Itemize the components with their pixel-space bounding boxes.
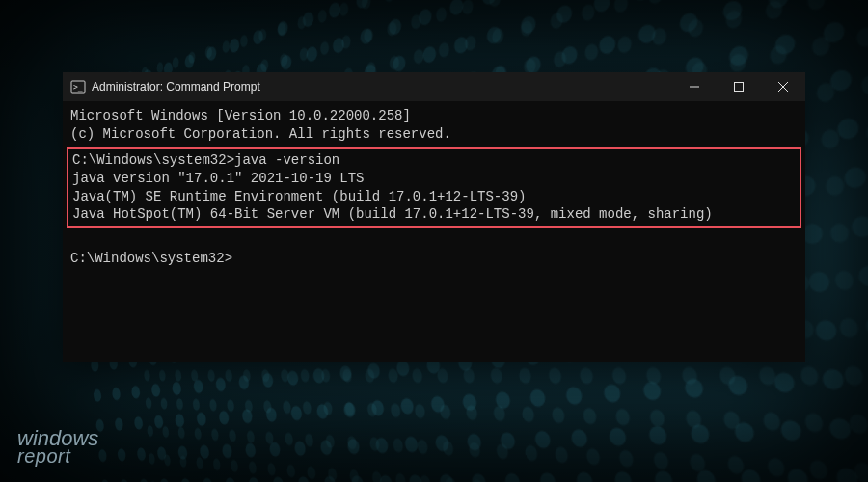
- watermark-logo: windows report: [17, 430, 98, 465]
- terminal-output-area[interactable]: Microsoft Windows [Version 10.0.22000.25…: [63, 101, 805, 362]
- svg-text:>_: >_: [73, 83, 83, 92]
- svg-rect-3: [735, 83, 744, 92]
- minimize-button[interactable]: [672, 72, 717, 101]
- prompt-1: C:\Windows\system32>: [72, 152, 234, 168]
- close-button[interactable]: [761, 72, 805, 101]
- titlebar[interactable]: >_ Administrator: Command Prompt: [63, 72, 805, 101]
- prompt-2: C:\Windows\system32>: [70, 251, 232, 266]
- output-line-3: Java HotSpot(TM) 64-Bit Server VM (build…: [72, 206, 713, 222]
- highlighted-command-block: C:\Windows\system32>java -version java v…: [67, 147, 801, 228]
- command-1: java -version: [234, 152, 339, 168]
- output-line-1: java version "17.0.1" 2021-10-19 LTS: [72, 171, 364, 186]
- cmd-icon: >_: [70, 79, 86, 94]
- header-line-1: Microsoft Windows [Version 10.0.22000.25…: [70, 108, 411, 123]
- maximize-button[interactable]: [717, 72, 761, 101]
- header-line-2: (c) Microsoft Corporation. All rights re…: [70, 126, 451, 142]
- watermark-line2: report: [17, 448, 98, 465]
- command-prompt-window: >_ Administrator: Command Prompt Microso…: [63, 72, 805, 362]
- output-line-2: Java(TM) SE Runtime Environment (build 1…: [72, 189, 526, 204]
- window-title: Administrator: Command Prompt: [92, 80, 260, 94]
